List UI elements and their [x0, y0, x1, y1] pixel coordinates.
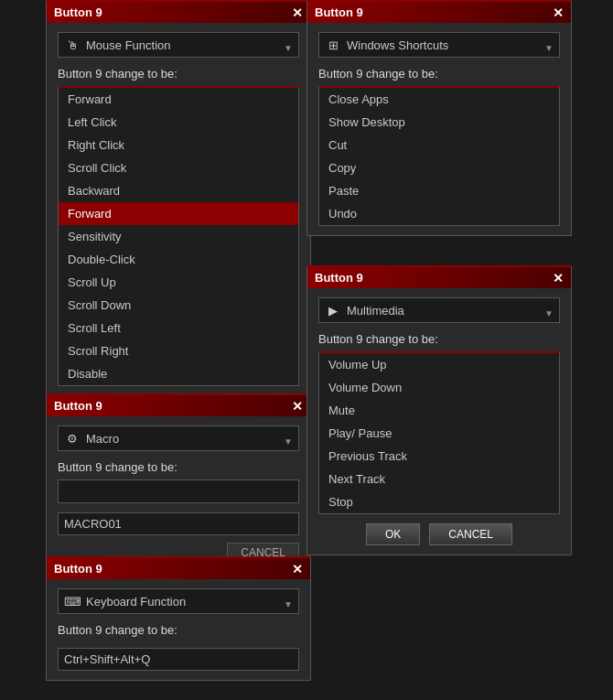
macro-selector-arrow: ▼: [284, 436, 293, 447]
mouse-function-panel: Button 9 ✕ Mouse Function ▼ Button 9 cha…: [46, 0, 311, 416]
mouse-function-selector[interactable]: Mouse Function ▼: [58, 32, 299, 58]
macro-function-label: Macro: [86, 432, 293, 446]
multimedia-change-label: Button 9 change to be:: [318, 332, 560, 346]
keyboard-panel-title: Button 9 ✕: [47, 558, 310, 579]
keyboard-panel-close[interactable]: ✕: [292, 563, 303, 576]
list-item[interactable]: Play/ Pause: [319, 422, 559, 445]
list-item[interactable]: Stop: [319, 490, 559, 513]
mouse-change-label: Button 9 change to be:: [58, 67, 299, 81]
windows-panel-title: Button 9 ✕: [307, 2, 571, 23]
multimedia-panel-title: Button 9 ✕: [307, 267, 571, 288]
multimedia-dropdown-list: Volume Up Volume Down Mute Play/ Pause P…: [318, 351, 560, 514]
keyboard-function-panel: Button 9 ✕ Keyboard Function ▼ Button 9 …: [46, 556, 311, 681]
mouse-panel-title: Button 9 ✕: [47, 2, 310, 23]
windows-panel-body: Windows Shortcuts ▼ Button 9 change to b…: [307, 23, 571, 235]
list-item[interactable]: Paste: [319, 179, 559, 202]
list-item[interactable]: Disable: [59, 362, 298, 385]
mouse-icon: [64, 37, 81, 53]
keyboard-icon: [64, 593, 81, 609]
windows-panel-title-text: Button 9: [315, 5, 363, 19]
windows-dropdown-list: Close Apps Show Desktop Cut Copy Paste U…: [318, 86, 560, 226]
macro-change-label: Button 9 change to be:: [58, 460, 299, 474]
mouse-function-label: Mouse Function: [86, 38, 293, 52]
multimedia-function-selector[interactable]: Multimedia ▼: [318, 297, 560, 323]
list-item[interactable]: Next Track: [319, 468, 559, 490]
macro-input[interactable]: [58, 512, 299, 535]
macro-panel-body: Macro ▼ Button 9 change to be: CANCEL: [47, 416, 310, 572]
macro-panel-close[interactable]: ✕: [292, 400, 303, 413]
list-item[interactable]: Copy: [319, 156, 559, 179]
list-item-selected[interactable]: Forward: [59, 202, 298, 225]
multimedia-icon: [325, 302, 341, 318]
multimedia-selector-arrow: ▼: [544, 308, 554, 318]
keyboard-panel-title-text: Button 9: [54, 562, 102, 576]
list-item[interactable]: Volume Up: [319, 353, 559, 376]
mouse-panel-close[interactable]: ✕: [292, 6, 303, 19]
list-item[interactable]: Show Desktop: [319, 111, 559, 134]
keyboard-function-label: Keyboard Function: [86, 595, 293, 608]
macro-icon: [64, 430, 81, 447]
list-item[interactable]: Scroll Down: [59, 294, 298, 317]
windows-icon: [325, 37, 341, 53]
list-item[interactable]: Undo: [319, 202, 559, 225]
multimedia-panel-body: Multimedia ▼ Button 9 change to be: Volu…: [307, 288, 571, 555]
keyboard-panel-body: Keyboard Function ▼ Button 9 change to b…: [47, 579, 310, 680]
list-item[interactable]: Scroll Right: [59, 339, 298, 362]
keyboard-selector-arrow: ▼: [284, 599, 293, 609]
list-item[interactable]: Sensitivity: [59, 225, 298, 248]
list-item[interactable]: Mute: [319, 399, 559, 422]
mouse-panel-title-text: Button 9: [54, 5, 102, 19]
list-item[interactable]: Scroll Left: [59, 317, 298, 339]
mouse-panel-body: Mouse Function ▼ Button 9 change to be: …: [47, 23, 310, 415]
windows-panel-close[interactable]: ✕: [553, 6, 564, 19]
mouse-selector-arrow: ▼: [284, 43, 293, 53]
windows-function-selector[interactable]: Windows Shortcuts ▼: [318, 32, 560, 58]
multimedia-panel: Button 9 ✕ Multimedia ▼ Button 9 change …: [306, 265, 572, 555]
windows-shortcuts-panel: Button 9 ✕ Windows Shortcuts ▼ Button 9 …: [306, 0, 572, 236]
keyboard-function-selector[interactable]: Keyboard Function ▼: [58, 588, 299, 614]
macro-panel: Button 9 ✕ Macro ▼ Button 9 change to be…: [46, 393, 311, 573]
multimedia-function-label: Multimedia: [347, 304, 554, 318]
multimedia-btn-row: OK CANCEL: [318, 523, 560, 545]
windows-selector-arrow: ▼: [544, 43, 554, 53]
macro-panel-title: Button 9 ✕: [47, 395, 310, 416]
list-item[interactable]: Scroll Click: [59, 156, 298, 179]
keyboard-input[interactable]: [58, 648, 299, 671]
multimedia-panel-close[interactable]: ✕: [553, 272, 564, 285]
list-item[interactable]: Forward: [59, 88, 298, 111]
multimedia-ok-button[interactable]: OK: [366, 523, 420, 545]
list-item[interactable]: Close Apps: [319, 88, 559, 111]
windows-function-label: Windows Shortcuts: [347, 38, 554, 52]
multimedia-panel-title-text: Button 9: [315, 271, 363, 285]
macro-function-selector[interactable]: Macro ▼: [58, 425, 299, 451]
list-item[interactable]: Scroll Up: [59, 271, 298, 294]
list-item[interactable]: Backward: [59, 179, 298, 202]
macro-panel-title-text: Button 9: [54, 399, 102, 413]
list-item[interactable]: Left Click: [59, 111, 298, 134]
windows-change-label: Button 9 change to be:: [318, 67, 560, 81]
list-item[interactable]: Previous Track: [319, 445, 559, 468]
multimedia-cancel-button[interactable]: CANCEL: [429, 523, 512, 545]
list-item[interactable]: Volume Down: [319, 376, 559, 399]
list-item[interactable]: Cut: [319, 134, 559, 156]
mouse-dropdown-list: Forward Left Click Right Click Scroll Cl…: [58, 86, 299, 386]
list-item[interactable]: Right Click: [59, 134, 298, 156]
list-item[interactable]: Double-Click: [59, 248, 298, 271]
keyboard-change-label: Button 9 change to be:: [58, 623, 299, 637]
